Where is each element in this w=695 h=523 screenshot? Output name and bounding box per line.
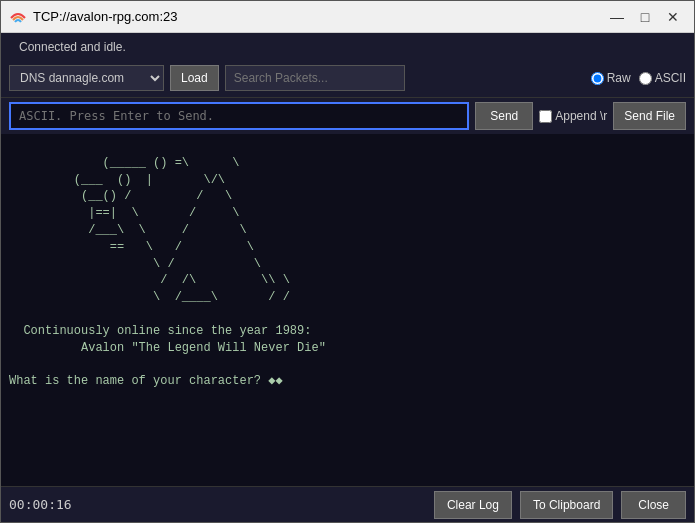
ascii-radio-label[interactable]: ASCII xyxy=(639,71,686,85)
message-input[interactable] xyxy=(9,102,469,130)
raw-label-text: Raw xyxy=(607,71,631,85)
format-radio-group: Raw ASCII xyxy=(591,71,686,85)
title-bar: TCP://avalon-rpg.com:23 — □ ✕ xyxy=(1,1,694,33)
window-title: TCP://avalon-rpg.com:23 xyxy=(33,9,604,24)
timer-display: 00:00:16 xyxy=(9,497,79,512)
log-output: (_____ () =\ \ (___ () | \/\ (__() / / \… xyxy=(1,134,694,486)
toolbar: DNS dannagle.com Load Raw ASCII xyxy=(1,59,694,97)
connection-status-text: Connected and idle. xyxy=(11,38,134,56)
status-bar: 00:00:16 Clear Log To Clipboard Close xyxy=(1,486,694,522)
append-checkbox[interactable] xyxy=(539,110,552,123)
ascii-label-text: ASCII xyxy=(655,71,686,85)
main-window: TCP://avalon-rpg.com:23 — □ ✕ Connected … xyxy=(0,0,695,523)
app-icon xyxy=(9,8,27,26)
connection-status-bar: Connected and idle. xyxy=(1,33,694,59)
load-button[interactable]: Load xyxy=(170,65,219,91)
log-content: (_____ () =\ \ (___ () | \/\ (__() / / \… xyxy=(9,156,326,388)
clear-log-button[interactable]: Clear Log xyxy=(434,491,512,519)
append-label-text: Append \r xyxy=(555,109,607,123)
send-file-button[interactable]: Send File xyxy=(613,102,686,130)
ascii-radio[interactable] xyxy=(639,72,652,85)
close-window-button[interactable]: ✕ xyxy=(660,6,686,28)
close-button[interactable]: Close xyxy=(621,491,686,519)
minimize-button[interactable]: — xyxy=(604,6,630,28)
send-button[interactable]: Send xyxy=(475,102,533,130)
append-checkbox-label[interactable]: Append \r xyxy=(539,109,607,123)
search-input[interactable] xyxy=(225,65,405,91)
maximize-button[interactable]: □ xyxy=(632,6,658,28)
raw-radio-label[interactable]: Raw xyxy=(591,71,631,85)
input-row: Send Append \r Send File xyxy=(1,97,694,134)
raw-radio[interactable] xyxy=(591,72,604,85)
to-clipboard-button[interactable]: To Clipboard xyxy=(520,491,613,519)
dns-select[interactable]: DNS dannagle.com xyxy=(9,65,164,91)
window-controls: — □ ✕ xyxy=(604,6,686,28)
